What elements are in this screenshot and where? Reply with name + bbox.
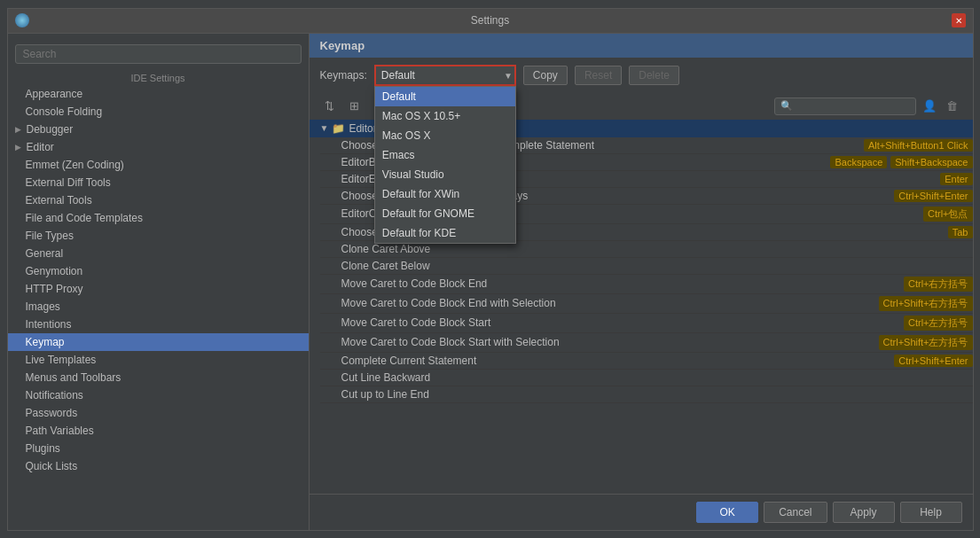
shortcut-badge: Ctrl+Shift+Enter (894, 355, 972, 367)
dropdown-option-gnome[interactable]: Default for GNOME (375, 204, 515, 223)
table-row: Complete Current Statement Ctrl+Shift+En… (320, 353, 973, 370)
delete-button[interactable]: Delete (629, 66, 679, 85)
sidebar-item-ext-tools[interactable]: External Tools (8, 191, 309, 209)
sidebar-item-path-variables[interactable]: Path Variables (8, 422, 309, 440)
close-button[interactable]: ✕ (952, 13, 966, 27)
dropdown-option-xwin[interactable]: Default for XWin (375, 184, 515, 204)
shortcut-list: Ctrl+Shift+Enter (894, 355, 972, 367)
trash-icon[interactable]: 🗑 (943, 97, 962, 116)
sidebar-item-passwords[interactable]: Passwords (8, 404, 309, 422)
action-name: Move Caret to Code Block Start (341, 316, 904, 329)
keymaps-label: Keymaps: (320, 69, 367, 82)
shortcut-list: Ctrl+左方括号 (904, 316, 973, 331)
sidebar-item-emmet[interactable]: Emmet (Zen Coding) (8, 156, 309, 174)
sort-icon[interactable]: ⇅ (320, 97, 340, 116)
dropdown-option-kde[interactable]: Default for KDE (375, 223, 515, 243)
sidebar-item-genymotion[interactable]: Genymotion (8, 262, 309, 280)
sidebar-item-label: Notifications (26, 389, 83, 402)
arrow-icon: ▶ (15, 125, 21, 134)
cancel-button[interactable]: Cancel (764, 502, 827, 523)
shortcut-badge: Alt+Shift+Button1 Click (864, 139, 973, 152)
dropdown-option-default[interactable]: Default (375, 87, 515, 106)
shortcut-badge: Enter (940, 173, 972, 185)
shortcut-badge: Ctrl+Shift+Enter (894, 190, 972, 202)
shortcut-badge: Ctrl+左方括号 (904, 316, 973, 331)
table-row: Cut up to Line End (320, 386, 973, 403)
action-name: Cut Line Backward (341, 371, 973, 384)
sidebar-item-label: Appearance (26, 88, 83, 100)
action-name: Clone Caret Below (341, 260, 973, 272)
table-row: Move Caret to Code Block End with Select… (320, 294, 973, 314)
sidebar-item-label: Live Templates (26, 354, 97, 366)
sidebar-item-intentions[interactable]: Intentions (8, 316, 309, 333)
sidebar-item-console-folding[interactable]: Console Folding (8, 103, 309, 121)
dropdown-option-vstudio[interactable]: Visual Studio (375, 165, 515, 184)
sidebar-item-label: Path Variables (26, 425, 94, 437)
settings-window: Settings ✕ IDE Settings Appearance Conso… (7, 8, 974, 531)
shortcut-list: Ctrl+Shift+右方括号 (879, 296, 973, 311)
sidebar-item-quick-lists[interactable]: Quick Lists (8, 457, 309, 475)
shortcut-list: Tab (948, 226, 973, 238)
shortcut-badge: Backspace (830, 156, 887, 168)
ok-button[interactable]: OK (696, 502, 758, 523)
action-name: Cut up to Line End (341, 388, 973, 401)
arrow-icon: ▶ (15, 143, 21, 152)
sidebar-item-label: Images (26, 300, 60, 313)
sidebar-item-keymap[interactable]: Keymap (8, 333, 309, 351)
action-name: Move Caret to Code Block Start with Sele… (341, 336, 879, 348)
sidebar-item-notifications[interactable]: Notifications (8, 386, 309, 404)
sidebar-item-general[interactable]: General (8, 245, 309, 262)
sidebar-item-images[interactable]: Images (8, 298, 309, 316)
sidebar-item-ext-diff[interactable]: External Diff Tools (8, 174, 309, 191)
sidebar-item-label: Quick Lists (26, 460, 78, 472)
reset-button[interactable]: Reset (575, 66, 622, 85)
sidebar-item-debugger[interactable]: ▶ Debugger (8, 121, 309, 138)
sidebar-item-label: Menus and Toolbars (26, 371, 122, 384)
sidebar-item-label: Editor (27, 141, 54, 153)
table-row: Move Caret to Code Block End Ctrl+右方括号 (320, 275, 973, 294)
sidebar-item-appearance[interactable]: Appearance (8, 85, 309, 103)
sidebar-item-menus-toolbars[interactable]: Menus and Toolbars (8, 369, 309, 386)
sidebar-item-file-code[interactable]: File and Code Templates (8, 209, 309, 227)
sidebar-item-live-templates[interactable]: Live Templates (8, 351, 309, 369)
table-row: Move Caret to Code Block Start with Sele… (320, 333, 973, 353)
window-title: Settings (29, 14, 952, 27)
sidebar-search-input[interactable] (15, 44, 302, 64)
sidebar-item-plugins[interactable]: Plugins (8, 440, 309, 457)
keymap-header: Keymap (310, 34, 973, 58)
copy-button[interactable]: Copy (523, 66, 568, 85)
expand-icon[interactable]: ⊞ (345, 97, 365, 116)
shortcut-list: Ctrl+Shift+Enter (894, 190, 972, 202)
help-button[interactable]: Help (900, 502, 962, 523)
tree-expand-arrow-icon: ▼ (320, 123, 329, 133)
sidebar-item-http-proxy[interactable]: HTTP Proxy (8, 280, 309, 298)
keymap-dropdown-menu: Default Mac OS X 10.5+ Mac OS X Emacs Vi… (374, 86, 516, 244)
keymap-search-input[interactable] (796, 100, 903, 113)
sidebar-item-file-types[interactable]: File Types (8, 227, 309, 245)
sidebar-item-label: Emmet (Zen Coding) (26, 159, 124, 171)
app-icon (15, 13, 29, 27)
shortcut-badge: Ctrl+包点 (923, 207, 973, 222)
sidebar-item-label: External Diff Tools (26, 176, 111, 189)
keymap-dropdown-container: Default ▼ Default Mac OS X 10.5+ Mac OS … (374, 65, 516, 86)
dropdown-option-emacs[interactable]: Emacs (375, 145, 515, 165)
shortcut-list: Enter (940, 173, 972, 185)
keymap-panel: Keymap Keymaps: Default ▼ Default Mac OS… (310, 34, 973, 530)
shortcut-badge: Tab (948, 226, 973, 238)
dropdown-option-macosx[interactable]: Mac OS X (375, 126, 515, 145)
apply-button[interactable]: Apply (833, 502, 895, 523)
sidebar-item-editor[interactable]: ▶ Editor (8, 138, 309, 156)
keymap-selected-value: Default (381, 69, 415, 82)
sidebar-item-label: Keymap (26, 336, 65, 348)
keymap-search-box: 🔍 (774, 97, 916, 115)
table-row: Cut Line Backward (320, 370, 973, 386)
dropdown-option-macosx105[interactable]: Mac OS X 10.5+ (375, 106, 515, 126)
keymap-dropdown[interactable]: Default (374, 65, 516, 86)
shortcut-badge: Ctrl+Shift+右方括号 (879, 296, 973, 311)
sidebar-item-label: Console Folding (26, 105, 103, 118)
sidebar-item-label: File Types (26, 230, 74, 242)
user-icon[interactable]: 👤 (920, 97, 939, 116)
table-row: Clone Caret Below (320, 258, 973, 275)
sidebar-item-label: File and Code Templates (26, 212, 144, 224)
action-name: Move Caret to Code Block End with Select… (341, 297, 879, 309)
